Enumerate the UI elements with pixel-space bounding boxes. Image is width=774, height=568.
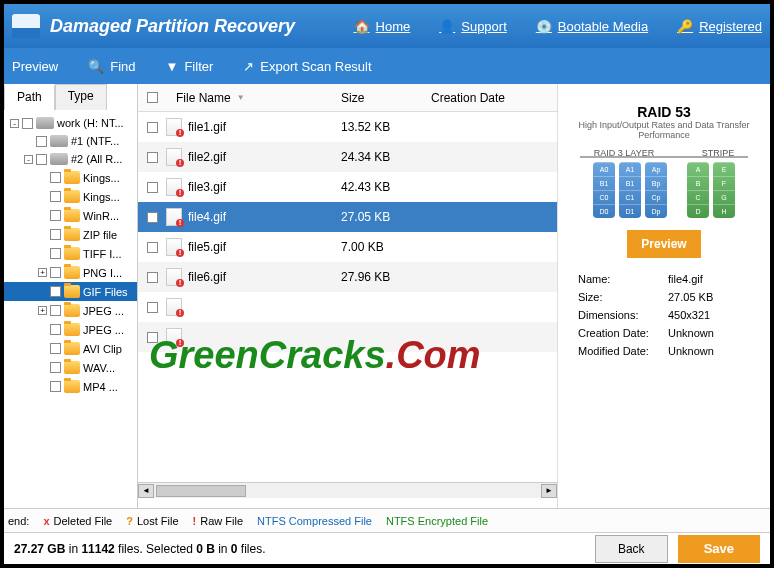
tree-label: MP4 ... <box>83 381 118 393</box>
tree-label: #1 (NTF... <box>71 135 119 147</box>
filter-tool[interactable]: ▼Filter <box>166 59 214 74</box>
checkbox[interactable] <box>50 172 61 183</box>
checkbox[interactable] <box>50 381 61 392</box>
support-link[interactable]: 👤Support <box>438 17 507 35</box>
tree-label: JPEG ... <box>83 324 124 336</box>
raid-cylinder: EFGH <box>713 162 735 218</box>
checkbox[interactable] <box>50 286 61 297</box>
preview-tool[interactable]: Preview <box>12 59 58 74</box>
header-size[interactable]: Size <box>341 91 431 105</box>
status-text: 27.27 GB in 11142 files. Selected 0 B in… <box>14 542 266 556</box>
back-button[interactable]: Back <box>595 535 668 563</box>
file-row[interactable]: file4.gif27.05 KB <box>138 202 557 232</box>
file-row[interactable]: file5.gif7.00 KB <box>138 232 557 262</box>
checkbox[interactable] <box>36 154 47 165</box>
tree-item[interactable]: WAV... <box>4 358 137 377</box>
checkbox[interactable] <box>22 118 33 129</box>
file-size: 7.00 KB <box>341 240 431 254</box>
checkbox[interactable] <box>147 302 158 313</box>
header-name[interactable]: File Name▼ <box>166 91 341 105</box>
checkbox[interactable] <box>50 305 61 316</box>
file-row[interactable] <box>138 292 557 322</box>
tree-item[interactable]: +JPEG ... <box>4 301 137 320</box>
file-row[interactable]: file6.gif27.96 KB <box>138 262 557 292</box>
find-tool[interactable]: 🔍Find <box>88 59 135 74</box>
file-rows: file1.gif13.52 KBfile2.gif24.34 KBfile3.… <box>138 112 557 352</box>
file-icon <box>166 328 182 346</box>
tab-path[interactable]: Path <box>4 84 55 110</box>
file-metadata: Name:file4.gifSize:27.05 KBDimensions:45… <box>570 270 758 360</box>
file-icon <box>166 178 182 196</box>
checkbox[interactable] <box>147 182 158 193</box>
checkbox[interactable] <box>147 272 158 283</box>
file-name: file6.gif <box>188 270 226 284</box>
folder-icon <box>64 361 80 374</box>
tree-item[interactable]: MP4 ... <box>4 377 137 396</box>
checkbox[interactable] <box>36 136 47 147</box>
folder-tree: -work (H: NT...#1 (NTF...-#2 (All R...Ki… <box>4 110 137 400</box>
file-row[interactable]: file3.gif42.43 KB <box>138 172 557 202</box>
file-list: File Name▼ Size Creation Date file1.gif1… <box>138 84 558 508</box>
scrollbar-horizontal[interactable]: ◄ ► <box>138 482 557 498</box>
checkbox[interactable] <box>147 212 158 223</box>
tree-item[interactable]: Kings... <box>4 168 137 187</box>
tree-item[interactable]: TIFF I... <box>4 244 137 263</box>
sidebar: Path Type -work (H: NT...#1 (NTF...-#2 (… <box>4 84 138 508</box>
checkbox[interactable] <box>147 122 158 133</box>
meta-key: Dimensions: <box>578 309 668 321</box>
expand-icon[interactable]: - <box>10 119 19 128</box>
registered-link[interactable]: 🔑Registered <box>676 17 762 35</box>
tab-type[interactable]: Type <box>55 84 107 110</box>
header-checkbox[interactable] <box>138 92 166 103</box>
preview-button[interactable]: Preview <box>627 230 700 258</box>
export-tool[interactable]: ↗Export Scan Result <box>243 59 371 74</box>
checkbox[interactable] <box>147 242 158 253</box>
file-row[interactable]: file1.gif13.52 KB <box>138 112 557 142</box>
checkbox[interactable] <box>50 324 61 335</box>
checkbox[interactable] <box>147 332 158 343</box>
bootable-link[interactable]: 💿Bootable Media <box>535 17 648 35</box>
tree-item[interactable]: -#2 (All R... <box>4 150 137 168</box>
tree-item[interactable]: +PNG I... <box>4 263 137 282</box>
checkbox[interactable] <box>50 343 61 354</box>
save-button[interactable]: Save <box>678 535 760 563</box>
scroll-right-icon[interactable]: ► <box>541 484 557 498</box>
tree-label: GIF Files <box>83 286 128 298</box>
file-row[interactable]: file2.gif24.34 KB <box>138 142 557 172</box>
tree-item[interactable]: ZIP file <box>4 225 137 244</box>
tree-label: ZIP file <box>83 229 117 241</box>
folder-icon <box>64 171 80 184</box>
legend-raw: !Raw File <box>193 515 243 527</box>
expand-icon[interactable]: + <box>38 268 47 277</box>
home-link[interactable]: 🏠Home <box>353 17 411 35</box>
checkbox[interactable] <box>147 152 158 163</box>
header-date[interactable]: Creation Date <box>431 91 557 105</box>
scroll-left-icon[interactable]: ◄ <box>138 484 154 498</box>
checkbox[interactable] <box>50 229 61 240</box>
checkbox[interactable] <box>50 362 61 373</box>
folder-icon <box>64 285 80 298</box>
meta-key: Size: <box>578 291 668 303</box>
tree-item[interactable]: Kings... <box>4 187 137 206</box>
file-size: 27.05 KB <box>341 210 431 224</box>
folder-icon <box>64 228 80 241</box>
disk-icon <box>50 153 68 165</box>
file-icon <box>166 208 182 226</box>
checkbox[interactable] <box>50 267 61 278</box>
tree-item[interactable]: -work (H: NT... <box>4 114 137 132</box>
checkbox[interactable] <box>50 210 61 221</box>
tree-item[interactable]: #1 (NTF... <box>4 132 137 150</box>
expand-icon[interactable]: + <box>38 306 47 315</box>
expand-icon[interactable]: - <box>24 155 33 164</box>
tree-item[interactable]: WinR... <box>4 206 137 225</box>
tree-item[interactable]: AVI Clip <box>4 339 137 358</box>
file-row[interactable] <box>138 322 557 352</box>
tree-item[interactable]: GIF Files <box>4 282 137 301</box>
checkbox[interactable] <box>50 248 61 259</box>
tree-label: TIFF I... <box>83 248 122 260</box>
scroll-thumb[interactable] <box>156 485 246 497</box>
tree-item[interactable]: JPEG ... <box>4 320 137 339</box>
filter-icon: ▼ <box>166 59 179 74</box>
checkbox[interactable] <box>50 191 61 202</box>
file-icon <box>166 118 182 136</box>
